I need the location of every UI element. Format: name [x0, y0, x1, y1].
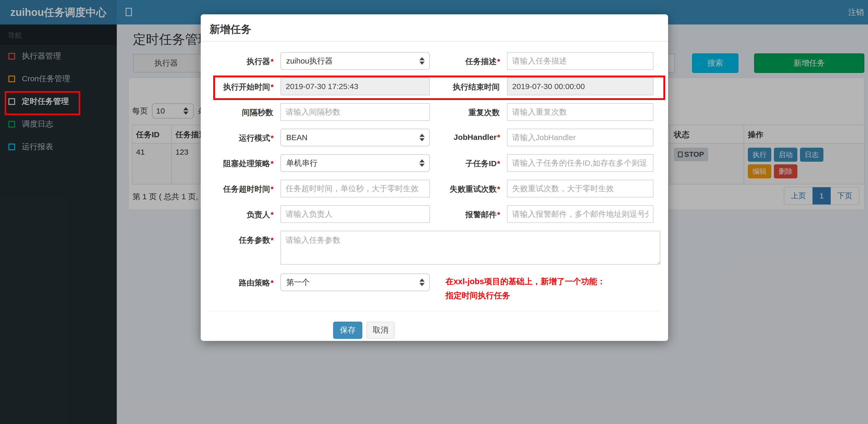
select-arrows-icon — [420, 159, 425, 167]
add-task-modal: 新增任务 执行器* zuihou执行器 任务描述* 执行开始时间* 执行结束时间… — [201, 14, 668, 341]
timeout-input[interactable] — [280, 180, 430, 197]
task-desc-label: 任务描述* — [430, 52, 500, 67]
owner-input[interactable] — [280, 205, 430, 223]
run-mode-select[interactable]: BEAN — [280, 129, 430, 146]
start-time-label: 执行开始时间* — [209, 77, 274, 93]
timeout-label: 任务超时时间* — [209, 180, 274, 195]
modal-footer: 保存 取消 — [209, 311, 660, 339]
cancel-button[interactable]: 取消 — [367, 322, 395, 339]
retry-count-label: 失败重试次数* — [430, 180, 500, 195]
feature-note: 在xxl-jobs项目的基础上，新增了一个功能： 指定时间执行任务 — [445, 273, 605, 303]
child-task-id-label: 子任务ID* — [430, 154, 500, 169]
task-params-textarea[interactable] — [280, 231, 660, 265]
repeat-count-label: 重复次数 — [430, 103, 500, 118]
jobhandler-label: JobHandler* — [430, 129, 500, 142]
modal-body: 执行器* zuihou执行器 任务描述* 执行开始时间* 执行结束时间 间隔秒数… — [201, 42, 668, 339]
alarm-email-input[interactable] — [507, 205, 653, 223]
block-strategy-label: 阻塞处理策略* — [209, 154, 274, 169]
select-arrows-icon — [420, 279, 425, 286]
jobhandler-input[interactable] — [507, 129, 653, 146]
owner-label: 负责人* — [209, 205, 274, 220]
executor-select[interactable]: zuihou执行器 — [280, 52, 430, 70]
select-arrows-icon — [420, 134, 425, 141]
select-arrows-icon — [420, 57, 425, 65]
task-params-label: 任务参数* — [209, 231, 274, 246]
modal-title: 新增任务 — [210, 24, 251, 35]
run-mode-label: 运行模式* — [209, 129, 274, 143]
end-time-label: 执行结束时间 — [430, 77, 500, 93]
interval-label: 间隔秒数 — [209, 103, 274, 118]
child-task-id-input[interactable] — [507, 154, 653, 172]
repeat-count-input[interactable] — [507, 103, 653, 121]
route-strategy-select[interactable]: 第一个 — [280, 273, 430, 291]
block-strategy-select[interactable]: 单机串行 — [280, 154, 430, 172]
modal-header: 新增任务 — [201, 14, 668, 42]
save-button[interactable]: 保存 — [333, 322, 362, 339]
end-time-input[interactable] — [507, 77, 653, 95]
task-desc-input[interactable] — [507, 52, 653, 70]
alarm-email-label: 报警邮件* — [430, 205, 500, 220]
interval-input[interactable] — [280, 103, 430, 121]
route-strategy-label: 路由策略* — [209, 273, 274, 288]
start-time-input[interactable] — [280, 77, 430, 95]
executor-label: 执行器* — [209, 52, 274, 67]
retry-count-input[interactable] — [507, 180, 653, 197]
